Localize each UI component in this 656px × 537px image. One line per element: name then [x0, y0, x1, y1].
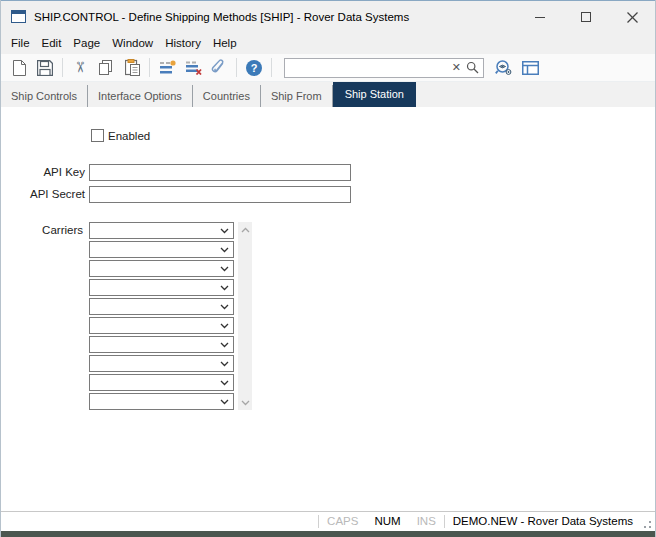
tab-ship-controls[interactable]: Ship Controls	[1, 85, 88, 107]
toolbar: ✂ ?	[1, 54, 655, 82]
carrier-select-8[interactable]	[89, 355, 234, 372]
chevron-down-icon	[220, 285, 229, 291]
chevron-down-icon	[220, 247, 229, 253]
tab-ship-station[interactable]: Ship Station	[333, 82, 416, 107]
insert-rows-button[interactable]	[156, 56, 179, 79]
window-title: SHIP.CONTROL - Define Shipping Methods […	[34, 11, 409, 23]
maximize-button[interactable]	[563, 1, 609, 33]
cut-button[interactable]: ✂	[69, 56, 92, 79]
lookup-preview-icon	[495, 60, 513, 76]
menu-history[interactable]: History	[159, 34, 207, 52]
app-window: SHIP.CONTROL - Define Shipping Methods […	[0, 0, 656, 537]
caps-indicator: CAPS	[319, 515, 366, 527]
layout-button[interactable]	[519, 56, 542, 79]
form-panel: Enabled API Key API Secret Carriers	[1, 107, 655, 511]
menu-file[interactable]: File	[5, 34, 36, 52]
carrier-select-1[interactable]	[89, 222, 234, 239]
scroll-up-icon[interactable]	[238, 222, 252, 237]
title-bar: SHIP.CONTROL - Define Shipping Methods […	[1, 0, 655, 32]
insert-rows-icon	[159, 60, 176, 75]
save-button[interactable]	[34, 56, 57, 79]
help-icon: ?	[246, 60, 262, 76]
menu-bar: File Edit Page Window History Help	[1, 32, 655, 54]
chevron-down-icon	[220, 342, 229, 348]
search-input[interactable]	[285, 60, 448, 76]
help-button[interactable]: ?	[243, 56, 266, 79]
carrier-select-5[interactable]	[89, 298, 234, 315]
carrier-select-4[interactable]	[89, 279, 234, 296]
tab-ship-from[interactable]: Ship From	[261, 85, 333, 107]
status-bar: CAPS NUM INS DEMO.NEW - Rover Data Syste…	[1, 511, 655, 530]
attachment-icon	[211, 59, 227, 76]
carrier-select-9[interactable]	[89, 374, 234, 391]
search-box: ✕	[284, 58, 484, 78]
ins-indicator: INS	[409, 515, 444, 527]
new-document-icon	[12, 60, 26, 76]
enabled-checkbox[interactable]	[91, 129, 104, 142]
menu-help[interactable]: Help	[207, 34, 243, 52]
delete-rows-icon	[185, 60, 202, 75]
close-button[interactable]	[609, 1, 655, 33]
paste-button[interactable]	[121, 56, 144, 79]
new-document-button[interactable]	[8, 56, 31, 79]
carriers-scrollbar[interactable]	[238, 222, 252, 410]
chevron-down-icon	[220, 266, 229, 272]
delete-rows-button[interactable]	[182, 56, 205, 79]
carrier-select-3[interactable]	[89, 260, 234, 277]
attachment-button[interactable]	[208, 56, 231, 79]
api-key-label: API Key	[1, 166, 85, 178]
minimize-button[interactable]	[517, 1, 563, 33]
window-bottom-edge	[1, 531, 655, 537]
menu-window[interactable]: Window	[106, 34, 159, 52]
tab-countries[interactable]: Countries	[193, 85, 261, 107]
copy-button[interactable]	[95, 56, 118, 79]
tab-bar: Ship Controls Interface Options Countrie…	[1, 82, 655, 107]
session-label: DEMO.NEW - Rover Data Systems	[445, 515, 641, 527]
search-icon[interactable]	[465, 61, 483, 74]
toolbar-separator	[149, 58, 150, 77]
toolbar-separator	[271, 58, 272, 77]
tab-interface-options[interactable]: Interface Options	[88, 85, 193, 107]
chevron-down-icon	[220, 228, 229, 234]
paste-icon	[125, 59, 140, 76]
chevron-down-icon	[220, 361, 229, 367]
menu-edit[interactable]: Edit	[36, 34, 68, 52]
save-icon	[37, 60, 53, 76]
clear-search-icon[interactable]: ✕	[448, 62, 465, 73]
carrier-select-2[interactable]	[89, 241, 234, 258]
carrier-select-10[interactable]	[89, 393, 234, 410]
carriers-label: Carriers	[1, 224, 83, 236]
lookup-preview-button[interactable]	[493, 56, 516, 79]
api-key-field[interactable]	[89, 164, 351, 181]
num-indicator: NUM	[366, 515, 408, 527]
enabled-label: Enabled	[108, 130, 150, 142]
carrier-select-7[interactable]	[89, 336, 234, 353]
chevron-down-icon	[220, 304, 229, 310]
chevron-down-icon	[220, 323, 229, 329]
menu-page[interactable]: Page	[67, 34, 106, 52]
api-secret-field[interactable]	[89, 186, 351, 203]
toolbar-separator	[62, 58, 63, 77]
chevron-down-icon	[220, 399, 229, 405]
toolbar-separator	[236, 58, 237, 77]
app-icon	[11, 10, 27, 24]
carrier-select-6[interactable]	[89, 317, 234, 334]
api-secret-label: API Secret	[1, 188, 85, 200]
resize-grip[interactable]	[641, 518, 653, 530]
layout-icon	[522, 61, 539, 75]
copy-icon	[98, 60, 114, 76]
chevron-down-icon	[220, 380, 229, 386]
scroll-down-icon[interactable]	[238, 395, 252, 410]
cut-icon: ✂	[72, 61, 87, 74]
